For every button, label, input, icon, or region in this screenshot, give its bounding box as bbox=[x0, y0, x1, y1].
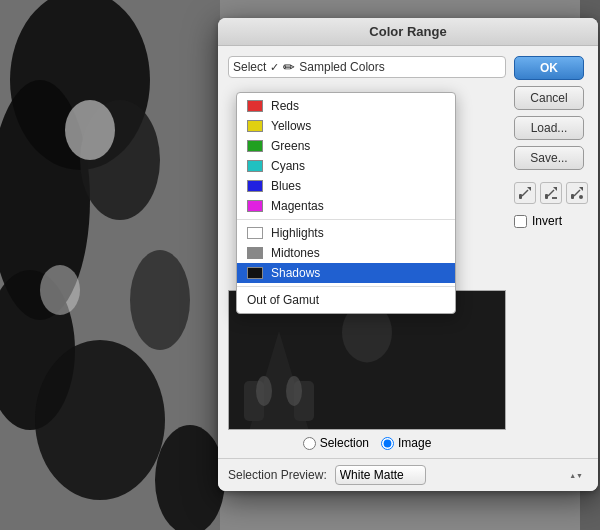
blues-label: Blues bbox=[271, 179, 301, 193]
preview-select[interactable]: None Grayscale Black Matte White Matte Q… bbox=[335, 465, 426, 485]
dropdown-item-shadows[interactable]: Shadows bbox=[237, 263, 455, 283]
invert-checkbox[interactable] bbox=[514, 215, 527, 228]
load-button[interactable]: Load... bbox=[514, 116, 584, 140]
eyedropper-sample-button[interactable] bbox=[566, 182, 588, 204]
dropdown-sep1 bbox=[237, 219, 455, 220]
dialog-right-panel: OK Cancel Load... Save... bbox=[514, 56, 588, 450]
dialog-left-panel: Select ✓ ✏ Sampled Colors Reds Yellows bbox=[228, 56, 506, 450]
svg-point-17 bbox=[256, 376, 272, 406]
dropdown-item-greens[interactable]: Greens bbox=[237, 136, 455, 156]
select-dropdown[interactable]: Reds Yellows Greens Cyans bbox=[236, 92, 456, 314]
image-radio-label[interactable]: Image bbox=[381, 436, 431, 450]
svg-point-7 bbox=[130, 250, 190, 350]
svg-point-18 bbox=[286, 376, 302, 406]
magentas-label: Magentas bbox=[271, 199, 324, 213]
dropdown-sep2 bbox=[237, 286, 455, 287]
dropdown-item-cyans[interactable]: Cyans bbox=[237, 156, 455, 176]
dialog-title: Color Range bbox=[218, 18, 598, 46]
svg-point-6 bbox=[35, 340, 165, 500]
cancel-button[interactable]: Cancel bbox=[514, 86, 584, 110]
select-label: Select bbox=[233, 60, 266, 74]
midtones-swatch bbox=[247, 247, 263, 259]
dropdown-item-highlights[interactable]: Highlights bbox=[237, 223, 455, 243]
yellows-label: Yellows bbox=[271, 119, 311, 133]
invert-row: Invert bbox=[514, 214, 562, 228]
svg-point-9 bbox=[65, 100, 115, 160]
radio-row: Selection Image bbox=[228, 436, 506, 450]
select-row[interactable]: Select ✓ ✏ Sampled Colors bbox=[228, 56, 506, 78]
selection-radio-label[interactable]: Selection bbox=[303, 436, 369, 450]
svg-rect-26 bbox=[571, 194, 574, 199]
svg-line-20 bbox=[522, 190, 528, 196]
greens-label: Greens bbox=[271, 139, 310, 153]
svg-point-29 bbox=[579, 195, 583, 199]
svg-line-23 bbox=[548, 190, 554, 196]
svg-rect-19 bbox=[519, 194, 522, 199]
color-range-dialog: Color Range Select ✓ ✏ Sampled Colors Re… bbox=[218, 18, 598, 491]
reds-swatch bbox=[247, 100, 263, 112]
image-radio-text: Image bbox=[398, 436, 431, 450]
dropdown-item-midtones[interactable]: Midtones bbox=[237, 243, 455, 263]
selection-radio[interactable] bbox=[303, 437, 316, 450]
midtones-label: Midtones bbox=[271, 246, 320, 260]
svg-rect-22 bbox=[545, 194, 548, 199]
ok-button[interactable]: OK bbox=[514, 56, 584, 80]
svg-point-8 bbox=[155, 425, 225, 530]
dropdown-item-yellows[interactable]: Yellows bbox=[237, 116, 455, 136]
eyedroppers-section bbox=[514, 182, 588, 204]
yellows-swatch bbox=[247, 120, 263, 132]
eyedropper-icon: ✏ bbox=[283, 59, 295, 75]
blues-swatch bbox=[247, 180, 263, 192]
dialog-bottom: Selection Preview: None Grayscale Black … bbox=[218, 458, 598, 491]
dropdown-item-reds[interactable]: Reds bbox=[237, 96, 455, 116]
checkmark-icon: ✓ bbox=[270, 61, 279, 74]
reds-label: Reds bbox=[271, 99, 299, 113]
preview-select-wrapper: None Grayscale Black Matte White Matte Q… bbox=[335, 465, 588, 485]
eyedroppers-row bbox=[514, 182, 588, 204]
shadows-swatch bbox=[247, 267, 263, 279]
svg-line-27 bbox=[574, 190, 580, 196]
greens-swatch bbox=[247, 140, 263, 152]
highlights-swatch bbox=[247, 227, 263, 239]
eyedropper-subtract-button[interactable] bbox=[540, 182, 562, 204]
save-button[interactable]: Save... bbox=[514, 146, 584, 170]
cyans-swatch bbox=[247, 160, 263, 172]
preview-label: Selection Preview: bbox=[228, 468, 327, 482]
out-of-gamut-label: Out of Gamut bbox=[247, 293, 319, 307]
magentas-swatch bbox=[247, 200, 263, 212]
dropdown-item-magentas[interactable]: Magentas bbox=[237, 196, 455, 216]
selection-radio-text: Selection bbox=[320, 436, 369, 450]
eyedropper-add-button[interactable] bbox=[514, 182, 536, 204]
invert-label: Invert bbox=[532, 214, 562, 228]
select-value: Sampled Colors bbox=[299, 60, 501, 74]
svg-point-10 bbox=[40, 265, 80, 315]
cyans-label: Cyans bbox=[271, 159, 305, 173]
dropdown-item-blues[interactable]: Blues bbox=[237, 176, 455, 196]
shadows-label: Shadows bbox=[271, 266, 320, 280]
image-radio[interactable] bbox=[381, 437, 394, 450]
dropdown-item-out-of-gamut[interactable]: Out of Gamut bbox=[237, 290, 455, 310]
highlights-label: Highlights bbox=[271, 226, 324, 240]
